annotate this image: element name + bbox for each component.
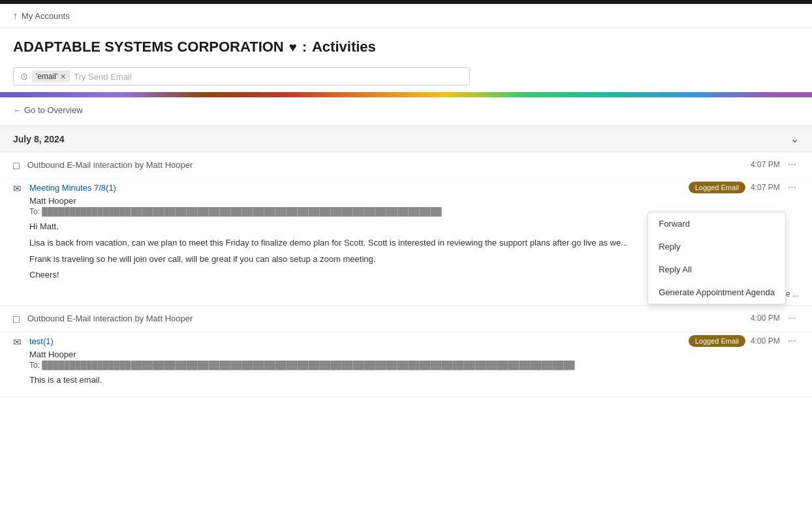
breadcrumb: ↑ My Accounts — [0, 4, 812, 28]
email-subject[interactable]: Meeting Minutes 7/8(1) — [29, 183, 116, 193]
activity-item-outbound-1: □ Outbound E-Mail interaction by Matt Ho… — [0, 152, 812, 179]
email-detail-2: ✉ test(1) Logged Email 4:00 PM ··· Matt … — [0, 332, 812, 397]
dropdown-reply-all[interactable]: Reply All — [648, 258, 785, 281]
email-meta: Meeting Minutes 7/8(1) Logged Email 4:07… — [29, 182, 799, 193]
filter-tag: 'email' ✕ — [32, 71, 70, 82]
company-name: ADAPTABLE SYSTEMS CORPORATION — [13, 39, 284, 56]
email-to-label: To: — [29, 207, 42, 216]
email-header-right-2: Logged Email 4:00 PM ··· — [689, 335, 799, 347]
email-to-addresses-2: ████████████████████████████████████████… — [42, 361, 574, 370]
activity-row: □ Outbound E-Mail interaction by Matt Ho… — [13, 159, 799, 172]
activity-simple-row: Outbound E-Mail interaction by Matt Hoop… — [27, 159, 799, 170]
email-body-2-line-1: This is a test email. — [29, 374, 799, 387]
separator-colon: : — [302, 39, 307, 56]
collapse-section-icon[interactable]: ⌄ — [790, 133, 799, 145]
activity-more-icon[interactable]: ··· — [785, 159, 799, 170]
email-sender: Matt Hooper — [29, 196, 799, 206]
email-sender-2: Matt Hooper — [29, 349, 799, 359]
go-to-overview-button[interactable]: ← Go to Overview — [13, 105, 83, 115]
activity-time: 4:07 PM — [751, 160, 780, 169]
chat-icon-2: □ — [13, 314, 20, 325]
email-header-right: Logged Email 4:07 PM ··· — [689, 182, 799, 193]
heart-icon: ♥ — [289, 40, 297, 55]
overview-link-label[interactable]: Go to Overview — [24, 105, 83, 115]
date-section-header: July 8, 2024 ⌄ — [0, 125, 812, 152]
dropdown-reply[interactable]: Reply — [648, 235, 785, 258]
email-detail-1: ✉ Meeting Minutes 7/8(1) Logged Email 4:… — [0, 179, 812, 306]
email-more-icon-2[interactable]: ··· — [785, 335, 799, 347]
email-time-2: 4:00 PM — [751, 336, 780, 346]
filter-tag-label: 'email' — [36, 72, 57, 81]
filter-input-wrapper[interactable]: ⊙ 'email' ✕ Try Send Email — [13, 67, 470, 86]
date-label: July 8, 2024 — [13, 134, 65, 144]
logged-email-badge-2: Logged Email — [689, 335, 745, 347]
breadcrumb-arrow-icon: ↑ — [13, 10, 18, 21]
activity-time-2: 4:00 PM — [751, 314, 780, 323]
activity-content: Outbound E-Mail interaction by Matt Hoop… — [27, 159, 799, 170]
activity-header-right: 4:07 PM ··· — [751, 159, 799, 170]
page-title: ADAPTABLE SYSTEMS CORPORATION ♥ : Activi… — [13, 39, 799, 56]
filter-tag-close-icon[interactable]: ✕ — [60, 73, 66, 81]
filter-placeholder[interactable]: Try Send Email — [74, 72, 463, 82]
section-label: Activities — [312, 39, 376, 56]
email-body-2: This is a test email. — [29, 374, 799, 387]
email-to-2: To: ████████████████████████████████████… — [29, 361, 799, 370]
activity-simple-row-2: Outbound E-Mail interaction by Matt Hoop… — [27, 312, 799, 324]
email-subject-2[interactable]: test(1) — [29, 336, 54, 346]
email-activity-row-2: ✉ test(1) Logged Email 4:00 PM ··· Matt … — [13, 335, 799, 390]
dropdown-forward[interactable]: Forward — [648, 212, 785, 235]
email-to-label-2: To: — [29, 361, 42, 370]
activity-content-2: Outbound E-Mail interaction by Matt Hoop… — [27, 312, 799, 324]
filter-bar: ⊙ 'email' ✕ Try Send Email — [0, 61, 812, 92]
dropdown-generate-agenda[interactable]: Generate Appointment Agenda — [648, 281, 785, 304]
back-arrow-icon: ← — [13, 105, 22, 115]
email-dropdown-menu: Forward Reply Reply All Generate Appoint… — [648, 212, 786, 304]
email-more-icon[interactable]: ··· — [785, 182, 799, 193]
email-content-2: test(1) Logged Email 4:00 PM ··· Matt Ho… — [29, 335, 799, 390]
overview-nav: ← Go to Overview — [0, 97, 812, 123]
email-icon: ✉ — [13, 183, 22, 195]
email-time: 4:07 PM — [751, 183, 780, 192]
filter-search-icon: ⊙ — [20, 71, 28, 82]
activity-description-2: Outbound E-Mail interaction by Matt Hoop… — [27, 314, 193, 323]
chat-icon: □ — [13, 160, 20, 172]
email-icon-2: ✉ — [13, 336, 22, 348]
activity-row-2: □ Outbound E-Mail interaction by Matt Ho… — [13, 312, 799, 325]
page-header: ADAPTABLE SYSTEMS CORPORATION ♥ : Activi… — [0, 28, 812, 61]
email-meta-2: test(1) Logged Email 4:00 PM ··· — [29, 335, 799, 347]
email-to-addresses: ████████████████████████████████████████… — [42, 207, 441, 216]
colorful-banner — [0, 92, 812, 97]
activity-more-icon-2[interactable]: ··· — [785, 312, 799, 324]
activity-item-outbound-2: □ Outbound E-Mail interaction by Matt Ho… — [0, 306, 812, 332]
activity-description: Outbound E-Mail interaction by Matt Hoop… — [27, 160, 193, 170]
logged-email-badge: Logged Email — [689, 182, 745, 193]
activity-header-right-2: 4:00 PM ··· — [751, 312, 799, 324]
breadcrumb-link[interactable]: My Accounts — [22, 11, 70, 21]
